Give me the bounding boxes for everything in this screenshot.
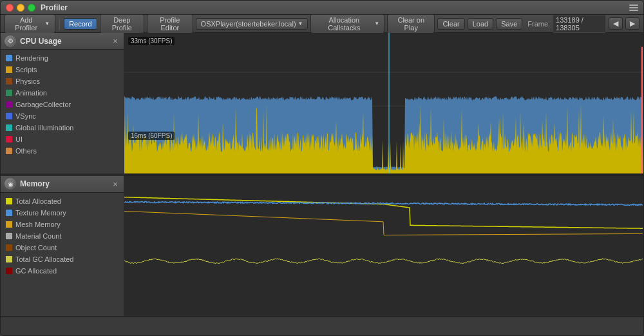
next-frame-button[interactable]: ▶ [625, 17, 639, 30]
legend-label-text: GarbageCollector [15, 101, 71, 108]
legend-label-text: Others [15, 147, 37, 155]
load-button[interactable]: Load [468, 18, 493, 30]
legend-color-swatch [6, 66, 12, 73]
list-item: Object Count [1, 242, 124, 253]
memory-section-header[interactable]: ◉ Memory × [1, 176, 124, 193]
legend-label-text: UI [15, 135, 23, 143]
legend-color-swatch [6, 90, 12, 96]
list-item: Others [1, 145, 124, 157]
cpu-legend: RenderingScriptsPhysicsAnimationGarbageC… [1, 50, 124, 173]
legend-color-swatch [6, 136, 12, 143]
title-bar: Profiler [1, 1, 643, 15]
frame-label: Frame: [527, 20, 550, 28]
legend-color-swatch [6, 78, 12, 84]
legend-color-swatch [6, 256, 12, 262]
legend-label-text: Physics [15, 77, 40, 85]
legend-color-swatch [6, 148, 12, 154]
list-item: Total GC Allocated [1, 253, 124, 265]
save-button[interactable]: Save [496, 18, 522, 30]
legend-label-text: Material Count [15, 232, 62, 240]
legend-color-swatch [6, 244, 12, 251]
legend-color-swatch [6, 124, 12, 131]
list-item: Texture Memory [1, 207, 124, 219]
legend-color-swatch [6, 55, 12, 61]
minimize-button[interactable] [17, 4, 24, 12]
legend-color-swatch [6, 233, 12, 239]
list-item: Material Count [1, 230, 124, 242]
cpu-icon: ⚙ [5, 35, 16, 47]
traffic-lights [6, 4, 35, 12]
memory-section-title: Memory [20, 179, 107, 188]
legend-color-swatch [6, 101, 12, 108]
list-item: GarbageCollector [1, 99, 124, 110]
memory-chart-area[interactable] [124, 176, 643, 317]
menu-icon[interactable] [629, 5, 638, 11]
left-panel: ⚙ CPU Usage × RenderingScriptsPhysicsAni… [1, 33, 124, 316]
allocation-dropdown[interactable]: Allocation Callstacks [310, 14, 384, 34]
frame-value: 133189 / 138305 [553, 15, 606, 33]
maximize-button[interactable] [28, 4, 35, 12]
cpu-chart-area[interactable]: 33ms (30FPS) 16ms (60FPS) [124, 33, 643, 173]
legend-color-swatch [6, 221, 12, 228]
cpu-section-header[interactable]: ⚙ CPU Usage × [1, 33, 124, 50]
list-item: UI [1, 133, 124, 145]
toolbar-divider [59, 18, 60, 30]
right-panel: 33ms (30FPS) 16ms (60FPS) [124, 33, 643, 316]
clear-button[interactable]: Clear [437, 18, 464, 30]
window-title: Profiler [41, 3, 68, 12]
cpu-canvas [124, 33, 643, 173]
target-dropdown[interactable]: OSXPlayer(stoertebeker.local) [196, 18, 308, 30]
memory-icon: ◉ [5, 178, 16, 190]
list-item: Global Illumination [1, 122, 124, 133]
legend-color-swatch [6, 268, 12, 274]
list-item: VSync [1, 110, 124, 122]
memory-close-button[interactable]: × [111, 179, 120, 189]
toolbar: Add Profiler Record Deep Profile Profile… [1, 15, 643, 33]
clear-on-play-button[interactable]: Clear on Play [387, 14, 435, 34]
legend-label-text: VSync [15, 112, 36, 120]
bottom-bar [1, 316, 643, 335]
cpu-section-title: CPU Usage [20, 37, 107, 46]
memory-canvas [124, 176, 643, 317]
add-profiler-button[interactable]: Add Profiler [5, 14, 55, 34]
list-item: Animation [1, 87, 124, 99]
list-item: GC Allocated [1, 265, 124, 277]
close-button[interactable] [6, 4, 14, 12]
list-item: Total Allocated [1, 195, 124, 207]
legend-label-text: Rendering [15, 54, 48, 62]
cpu-close-button[interactable]: × [111, 36, 120, 46]
legend-label-text: Scripts [15, 66, 37, 74]
legend-color-swatch [6, 210, 12, 216]
legend-label-text: Texture Memory [15, 209, 66, 217]
list-item: Scripts [1, 64, 124, 75]
cpu-33ms-label: 33ms (30FPS) [128, 37, 175, 45]
legend-color-swatch [6, 113, 12, 119]
legend-color-swatch [6, 198, 12, 204]
prev-frame-button[interactable]: ◀ [609, 17, 623, 30]
list-item: Mesh Memory [1, 219, 124, 230]
legend-label-text: Animation [15, 89, 47, 97]
record-button[interactable]: Record [64, 18, 97, 30]
legend-label-text: GC Allocated [15, 267, 57, 275]
legend-label-text: Mesh Memory [15, 221, 61, 228]
legend-label-text: Total Allocated [15, 197, 61, 205]
memory-legend: Total AllocatedTexture MemoryMesh Memory… [1, 193, 124, 317]
deep-profile-button[interactable]: Deep Profile [100, 14, 144, 34]
list-item: Rendering [1, 52, 124, 64]
profiler-window: Profiler Add Profiler Record Deep Profil… [0, 0, 644, 336]
legend-label-text: Object Count [15, 244, 57, 252]
cpu-16ms-label: 16ms (60FPS) [128, 132, 175, 140]
legend-label-text: Global Illumination [15, 124, 74, 132]
profile-editor-button[interactable]: Profile Editor [147, 14, 193, 34]
main-content: ⚙ CPU Usage × RenderingScriptsPhysicsAni… [1, 33, 643, 316]
legend-label-text: Total GC Allocated [15, 255, 74, 263]
list-item: Physics [1, 75, 124, 87]
